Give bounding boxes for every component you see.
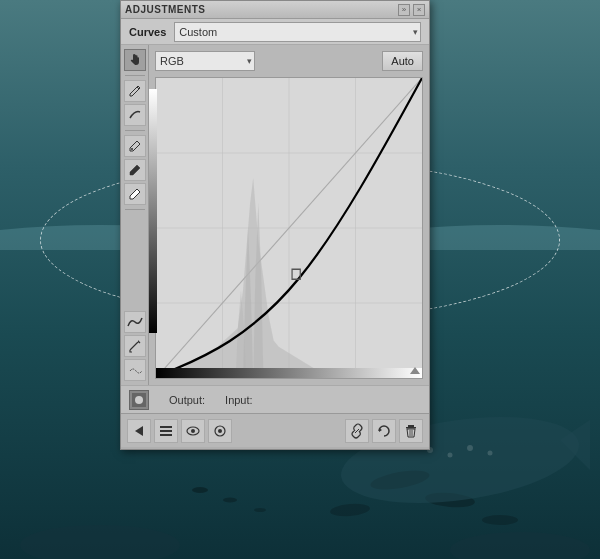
panel-title: ADJUSTMENTS xyxy=(125,4,206,15)
eye-icon xyxy=(185,423,201,439)
output-input-row: Output: Input: xyxy=(121,385,429,413)
back-arrow-icon xyxy=(131,423,147,439)
output-gradient-bar xyxy=(149,89,157,333)
eye-button[interactable] xyxy=(181,419,205,443)
svg-point-14 xyxy=(450,532,590,559)
svg-point-12 xyxy=(254,508,266,512)
svg-point-15 xyxy=(131,148,133,150)
title-bar-left: ADJUSTMENTS xyxy=(125,4,206,15)
title-bar: ADJUSTMENTS » × xyxy=(121,1,429,19)
svg-marker-28 xyxy=(135,426,143,436)
preset-select-wrapper[interactable]: Custom ▾ xyxy=(174,22,421,42)
smooth-mode-icon xyxy=(128,363,142,377)
pencil-draw-icon xyxy=(128,84,142,98)
svg-point-11 xyxy=(223,498,237,503)
preset-select[interactable]: Custom xyxy=(174,22,421,42)
channel-select[interactable]: RGB xyxy=(155,51,255,71)
curve-area: RGB ▾ Auto xyxy=(149,45,429,385)
svg-point-13 xyxy=(20,525,180,559)
close-button[interactable]: × xyxy=(413,4,425,16)
curves-label: Curves xyxy=(129,26,166,38)
eyedropper-black-button[interactable] xyxy=(124,159,146,181)
svg-rect-38 xyxy=(408,425,414,427)
svg-marker-37 xyxy=(379,428,382,432)
svg-point-7 xyxy=(467,445,473,451)
smooth-mode-button[interactable] xyxy=(124,359,146,381)
svg-point-6 xyxy=(448,453,453,458)
expand-button[interactable]: » xyxy=(398,4,410,16)
visibility-button[interactable] xyxy=(208,419,232,443)
pencil-mode-icon xyxy=(128,339,142,353)
finger-tool-icon xyxy=(128,53,142,67)
delete-button[interactable] xyxy=(399,419,423,443)
svg-point-33 xyxy=(191,429,195,433)
mask-icon-wrapper xyxy=(129,390,149,410)
svg-rect-30 xyxy=(160,430,172,432)
smooth-curve-button[interactable] xyxy=(124,104,146,126)
curve-controls-row: RGB ▾ Auto xyxy=(155,51,423,71)
curve-mode-icon xyxy=(127,316,143,328)
toolbar-separator-3 xyxy=(125,209,145,210)
curve-graph-svg xyxy=(156,78,422,378)
pencil-mode-button[interactable] xyxy=(124,335,146,357)
curve-graph[interactable] xyxy=(155,77,423,379)
eyedropper-sample-button[interactable] xyxy=(124,135,146,157)
delete-icon xyxy=(403,423,419,439)
header-row: Curves Custom ▾ xyxy=(121,19,429,45)
adjustment-list-button[interactable] xyxy=(154,419,178,443)
bottom-right-tools xyxy=(345,419,423,443)
mask-icon xyxy=(132,393,146,407)
output-label: Output: xyxy=(169,394,205,406)
reset-button[interactable] xyxy=(372,419,396,443)
adjustments-panel: ADJUSTMENTS » × Curves Custom ▾ xyxy=(120,0,430,450)
bottom-left-tools xyxy=(127,419,232,443)
curve-mode-button[interactable] xyxy=(124,311,146,333)
svg-rect-39 xyxy=(406,427,416,429)
adjustment-back-button[interactable] xyxy=(127,419,151,443)
gradient-triangle-icon xyxy=(410,367,420,374)
eyedropper-black-icon xyxy=(128,163,142,177)
visibility-icon xyxy=(212,423,228,439)
mask-button[interactable] xyxy=(129,390,149,410)
svg-rect-31 xyxy=(160,434,172,436)
eyedropper-white-icon xyxy=(128,187,142,201)
main-area: RGB ▾ Auto xyxy=(121,45,429,385)
toolbar-separator-1 xyxy=(125,75,145,76)
svg-point-2 xyxy=(330,502,371,517)
title-buttons: » × xyxy=(398,4,425,16)
left-toolbar xyxy=(121,45,149,385)
svg-point-35 xyxy=(218,429,222,433)
svg-point-3 xyxy=(482,515,518,525)
smooth-curve-icon xyxy=(128,108,142,122)
reset-icon xyxy=(376,423,392,439)
bottom-toolbar xyxy=(121,413,429,447)
pencil-draw-button[interactable] xyxy=(124,80,146,102)
link-button[interactable] xyxy=(345,419,369,443)
eyedropper-sample-icon xyxy=(128,139,142,153)
link-icon xyxy=(349,423,365,439)
input-label: Input: xyxy=(225,394,253,406)
svg-point-8 xyxy=(488,451,493,456)
svg-rect-29 xyxy=(160,426,172,428)
finger-tool-button[interactable] xyxy=(124,49,146,71)
input-gradient-bar xyxy=(156,368,422,378)
eyedropper-white-button[interactable] xyxy=(124,183,146,205)
curve-mode-area xyxy=(124,311,146,381)
toolbar-separator-2 xyxy=(125,130,145,131)
svg-point-10 xyxy=(192,487,208,493)
channel-select-wrapper[interactable]: RGB ▾ xyxy=(155,51,255,71)
svg-point-27 xyxy=(135,396,143,404)
svg-line-36 xyxy=(355,429,359,433)
auto-button[interactable]: Auto xyxy=(382,51,423,71)
list-icon xyxy=(158,423,174,439)
